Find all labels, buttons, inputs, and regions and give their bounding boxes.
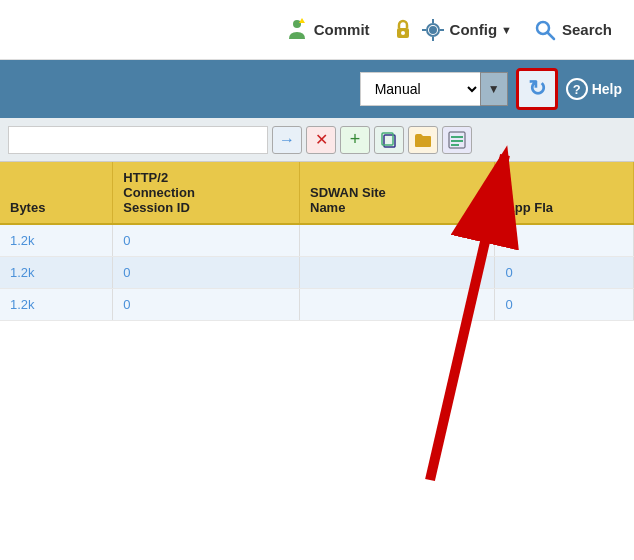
- cell-http2-2: 0: [113, 257, 300, 289]
- cell-appflag-2: 0: [495, 257, 634, 289]
- table-row: 1.2k 0 0: [0, 257, 634, 289]
- filter-row: → ✕ +: [0, 118, 634, 162]
- delete-filter-button[interactable]: ✕: [306, 126, 336, 154]
- cell-sdwan-3: [300, 289, 495, 321]
- svg-point-4: [429, 26, 437, 34]
- svg-rect-8: [422, 29, 426, 31]
- mode-dropdown-container: Manual Auto Scheduled ▼: [360, 72, 508, 106]
- cell-bytes-3: 1.2k: [0, 289, 113, 321]
- refresh-button[interactable]: ↻: [516, 68, 558, 110]
- svg-point-0: [293, 20, 301, 28]
- config-dropdown-arrow: ▼: [501, 24, 512, 36]
- svg-rect-16: [451, 140, 463, 142]
- cell-http2-3: 0: [113, 289, 300, 321]
- mode-select[interactable]: Manual Auto Scheduled: [360, 72, 480, 106]
- help-label: Help: [592, 81, 622, 97]
- svg-line-11: [547, 32, 554, 39]
- cell-sdwan-1: [300, 224, 495, 257]
- table-row: 1.2k 0 0: [0, 289, 634, 321]
- commit-button[interactable]: Commit: [278, 13, 376, 47]
- filter-input[interactable]: [8, 126, 268, 154]
- svg-rect-6: [432, 19, 434, 23]
- config-settings-icon: [420, 17, 446, 43]
- config-lock-icon: [390, 17, 416, 43]
- cell-bytes-2: 1.2k: [0, 257, 113, 289]
- config-label: Config: [450, 21, 497, 38]
- search-icon: [532, 17, 558, 43]
- export-button[interactable]: [442, 126, 472, 154]
- folder-button[interactable]: [408, 126, 438, 154]
- help-icon: ?: [566, 78, 588, 100]
- commit-icon-svg: [284, 17, 310, 43]
- col-header-http2: HTTP/2ConnectionSession ID: [113, 162, 300, 224]
- add-filter-button[interactable]: +: [340, 126, 370, 154]
- folder-icon: [414, 132, 432, 148]
- go-button[interactable]: →: [272, 126, 302, 154]
- data-table: Bytes HTTP/2ConnectionSession ID SDWAN S…: [0, 162, 634, 321]
- table-row: 1.2k 0 0: [0, 224, 634, 257]
- commit-icon: [284, 17, 310, 43]
- cell-appflag-3: 0: [495, 289, 634, 321]
- svg-point-3: [401, 31, 405, 35]
- svg-rect-9: [440, 29, 444, 31]
- commit-label: Commit: [314, 21, 370, 38]
- col-header-appflag: App Fla: [495, 162, 634, 224]
- second-toolbar: Manual Auto Scheduled ▼ ↻ ? Help: [0, 60, 634, 118]
- cell-bytes-1: 1.2k: [0, 224, 113, 257]
- copy-button[interactable]: [374, 126, 404, 154]
- svg-rect-17: [451, 144, 459, 146]
- export-icon: [448, 131, 466, 149]
- col-header-sdwan: SDWAN SiteName: [300, 162, 495, 224]
- search-button[interactable]: Search: [526, 13, 618, 47]
- copy-icon: [380, 131, 398, 149]
- refresh-icon: ↻: [528, 76, 546, 102]
- svg-rect-15: [451, 136, 463, 138]
- config-button[interactable]: Config ▼: [384, 13, 518, 47]
- col-header-bytes: Bytes: [0, 162, 113, 224]
- table-header-row: Bytes HTTP/2ConnectionSession ID SDWAN S…: [0, 162, 634, 224]
- cell-appflag-1: 0: [495, 224, 634, 257]
- table-container: Bytes HTTP/2ConnectionSession ID SDWAN S…: [0, 162, 634, 321]
- search-label: Search: [562, 21, 612, 38]
- svg-rect-7: [432, 37, 434, 41]
- cell-http2-1: 0: [113, 224, 300, 257]
- mode-dropdown-arrow[interactable]: ▼: [480, 72, 508, 106]
- svg-marker-1: [299, 18, 305, 23]
- help-button[interactable]: ? Help: [566, 78, 622, 100]
- top-toolbar: Commit Config ▼: [0, 0, 634, 60]
- cell-sdwan-2: [300, 257, 495, 289]
